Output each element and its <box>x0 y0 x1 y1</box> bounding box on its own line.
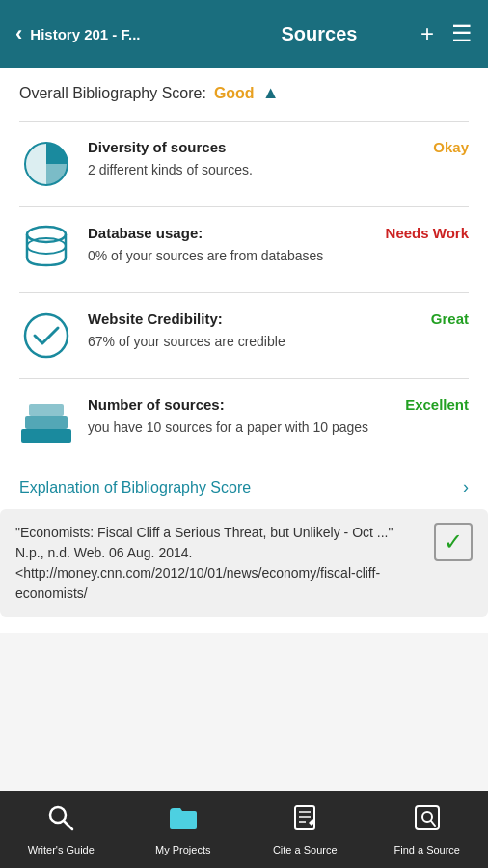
svg-point-3 <box>27 238 66 254</box>
page-title: Sources <box>218 23 420 45</box>
svg-line-9 <box>64 821 72 829</box>
diversity-status: Okay <box>433 139 469 155</box>
back-label: History 201 - F... <box>30 26 140 42</box>
explanation-label: Explanation of Bibliography Score <box>19 479 251 497</box>
svg-rect-6 <box>25 416 68 429</box>
books-icon <box>19 396 72 445</box>
svg-line-16 <box>431 821 435 826</box>
number-label: Number of sources: <box>88 396 225 413</box>
svg-point-4 <box>25 314 68 357</box>
nav-find-source-label: Find a Source <box>394 844 460 855</box>
database-status: Needs Work <box>386 225 469 241</box>
nav-cite-source[interactable]: Cite a Source <box>244 791 366 868</box>
overall-score-row: Overall Bibliography Score: Good ▲ <box>19 83 469 103</box>
back-arrow-icon: ‹ <box>15 21 22 46</box>
nav-find-source[interactable]: Find a Source <box>366 791 489 868</box>
menu-button[interactable]: ☰ <box>451 20 473 47</box>
nav-cite-source-label: Cite a Source <box>273 844 338 855</box>
header-actions: + ☰ <box>420 20 473 47</box>
diversity-row: Diversity of sources Okay 2 different ki… <box>19 121 469 206</box>
add-button[interactable]: + <box>420 20 434 47</box>
cite-icon <box>291 804 318 838</box>
credibility-row: Website Credibility: Great 67% of your s… <box>19 292 469 378</box>
overall-label: Overall Bibliography Score: <box>19 85 206 102</box>
quote-box: "Economists: Fiscal Cliff a Serious Thre… <box>0 509 488 617</box>
diversity-label: Diversity of sources <box>88 139 226 155</box>
find-icon <box>414 804 441 838</box>
credibility-label: Website Credibility: <box>88 311 223 327</box>
diversity-desc: 2 different kinds of sources. <box>88 161 469 180</box>
database-svg-icon <box>23 225 69 275</box>
database-desc: 0% of your sources are from databases <box>88 247 469 266</box>
quote-text: "Economists: Fiscal Cliff a Serious Thre… <box>15 523 422 604</box>
bottom-navigation: Writer's Guide My Projects Cite a Source <box>0 791 488 868</box>
credibility-desc: 67% of your sources are credible <box>88 333 469 352</box>
chevron-right-icon: › <box>463 477 469 498</box>
nav-my-projects-label: My Projects <box>155 844 210 855</box>
credibility-text: Website Credibility: Great 67% of your s… <box>88 311 469 352</box>
books-stack-icon <box>21 396 71 445</box>
number-text: Number of sources: Excellent you have 10… <box>88 396 469 438</box>
checkmark-circle-icon <box>21 311 71 361</box>
pie-chart-icon <box>21 139 71 189</box>
search-icon <box>47 804 74 838</box>
quote-check-icon[interactable]: ✓ <box>434 523 473 561</box>
database-text: Database usage: Needs Work 0% of your so… <box>88 225 469 266</box>
svg-rect-5 <box>21 429 71 443</box>
explanation-link[interactable]: Explanation of Bibliography Score › <box>19 462 469 509</box>
back-button[interactable]: ‹ History 201 - F... <box>15 21 218 46</box>
chevron-up-icon[interactable]: ▲ <box>262 83 280 103</box>
svg-rect-7 <box>29 404 64 416</box>
number-row: Number of sources: Excellent you have 10… <box>19 378 469 462</box>
main-content: Overall Bibliography Score: Good ▲ Diver… <box>0 68 488 633</box>
database-icon <box>19 225 72 275</box>
overall-value: Good <box>214 85 255 102</box>
svg-rect-10 <box>295 806 314 829</box>
diversity-icon <box>19 139 72 189</box>
folder-icon <box>168 804 199 838</box>
nav-writers-guide-label: Writer's Guide <box>28 844 95 855</box>
credibility-icon <box>19 311 72 361</box>
number-desc: you have 10 sources for a paper with 10 … <box>88 419 469 438</box>
number-status: Excellent <box>405 396 469 413</box>
app-header: ‹ History 201 - F... Sources + ☰ <box>0 0 488 68</box>
credibility-status: Great <box>431 311 469 327</box>
nav-my-projects[interactable]: My Projects <box>122 791 245 868</box>
nav-writers-guide[interactable]: Writer's Guide <box>0 791 122 868</box>
database-row: Database usage: Needs Work 0% of your so… <box>19 206 469 292</box>
database-label: Database usage: <box>88 225 203 241</box>
diversity-text: Diversity of sources Okay 2 different ki… <box>88 139 469 180</box>
